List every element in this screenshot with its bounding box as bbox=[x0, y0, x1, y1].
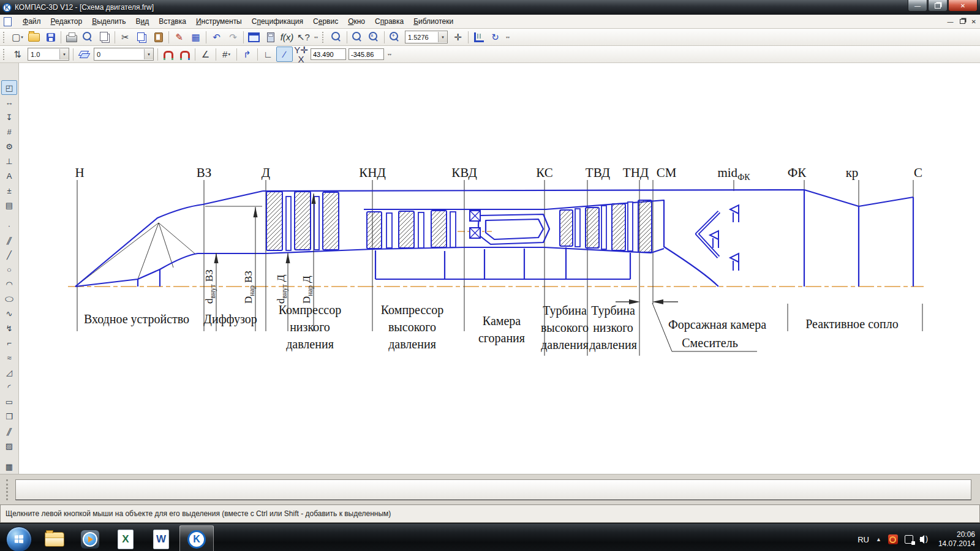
language-indicator[interactable]: RU bbox=[858, 535, 869, 544]
kompas-taskbar-button[interactable]: K bbox=[179, 525, 214, 551]
menu-Вид[interactable]: Вид bbox=[131, 15, 154, 28]
zoom-in-button[interactable] bbox=[386, 29, 403, 45]
menu-Редактор[interactable]: Редактор bbox=[46, 15, 88, 28]
excel-button[interactable]: X bbox=[108, 525, 143, 551]
local-axes-button[interactable]: ↱ bbox=[239, 47, 255, 62]
child-restore-button[interactable] bbox=[960, 19, 965, 24]
variables-icon bbox=[267, 32, 274, 42]
coord-y-input[interactable] bbox=[349, 48, 384, 60]
child-minimize-button[interactable]: — bbox=[948, 18, 954, 25]
menu-Вставка[interactable]: Вставка bbox=[154, 15, 191, 28]
snaps-settings-button[interactable] bbox=[176, 47, 193, 62]
explorer-button[interactable] bbox=[37, 525, 72, 551]
select-plus-minus-tool[interactable]: ± bbox=[1, 183, 17, 198]
menu-Сервис[interactable]: Сервис bbox=[308, 15, 343, 28]
menu-Выделить[interactable]: Выделить bbox=[87, 15, 130, 28]
lightning-tool[interactable]: ↯ bbox=[1, 321, 17, 336]
refresh-button[interactable]: ↻ bbox=[487, 29, 503, 45]
points-tool[interactable]: # bbox=[1, 124, 17, 139]
cut-button[interactable]: ✂ bbox=[117, 29, 134, 45]
document-manager-button[interactable] bbox=[246, 29, 262, 45]
menu-Библиотеки[interactable]: Библиотеки bbox=[409, 15, 458, 28]
copy-button[interactable] bbox=[134, 29, 150, 45]
print-button[interactable] bbox=[63, 29, 80, 45]
minimize-button[interactable]: — bbox=[908, 0, 927, 12]
round-snap-button[interactable]: ∕ bbox=[276, 47, 293, 62]
rebuild-button[interactable] bbox=[470, 29, 487, 45]
antivirus-tray-icon[interactable] bbox=[888, 534, 898, 544]
spreadsheet-button[interactable]: ▦ bbox=[187, 29, 204, 45]
ellipse-tool[interactable]: ◯ bbox=[1, 292, 17, 307]
bezier-tool[interactable]: ≈ bbox=[1, 351, 17, 365]
chamfer-tool[interactable]: ◿ bbox=[1, 365, 17, 380]
redo-button[interactable]: ↷ bbox=[225, 29, 241, 45]
start-button[interactable] bbox=[6, 527, 32, 551]
child-close-button[interactable]: ✕ bbox=[971, 18, 976, 25]
grid-icon: # bbox=[222, 50, 227, 59]
hidden-icons-arrow[interactable]: ▲ bbox=[876, 536, 881, 542]
variables-button[interactable] bbox=[262, 29, 279, 45]
fillet-tool[interactable]: ◜ bbox=[1, 380, 17, 395]
spec-sheet-tool[interactable]: ▤ bbox=[1, 198, 17, 212]
point-tool[interactable]: · bbox=[1, 219, 17, 233]
arc-tool[interactable]: ◠ bbox=[1, 277, 17, 292]
print-preview-button[interactable] bbox=[80, 29, 96, 45]
menu-Файл[interactable]: Файл bbox=[18, 15, 46, 28]
parametrize-tool[interactable]: ⊥ bbox=[1, 154, 17, 168]
line-style-combo[interactable]: 1.0▾ bbox=[28, 48, 69, 61]
close-button[interactable]: ✕ bbox=[948, 0, 978, 12]
polyline-tool[interactable]: ⌐ bbox=[1, 336, 17, 351]
angle-snap-button[interactable]: ∠ bbox=[197, 47, 214, 62]
grid-button[interactable]: #▾ bbox=[218, 47, 235, 62]
drawing-canvas[interactable]: dвнутВЗDнарВЗdвнутДDнарДСмесительНВЗДКНД… bbox=[19, 63, 980, 474]
collect-tool[interactable]: ❒ bbox=[1, 410, 17, 424]
multiline-tool[interactable]: ∥ bbox=[1, 424, 17, 439]
menu-Окно[interactable]: Окно bbox=[343, 15, 370, 28]
datum-tool[interactable]: ↧ bbox=[1, 110, 17, 124]
snaps-button[interactable] bbox=[160, 47, 176, 62]
paste-button[interactable] bbox=[150, 29, 167, 45]
context-help-button[interactable]: ↖? bbox=[295, 29, 312, 45]
fx-button[interactable]: f(x) bbox=[279, 29, 295, 45]
dimension-tool[interactable]: ↔ bbox=[1, 95, 17, 110]
hatch-tool[interactable]: ▨ bbox=[1, 439, 17, 454]
circle-tool[interactable]: ○ bbox=[1, 263, 17, 277]
spline-tool[interactable]: ∿ bbox=[1, 307, 17, 321]
coord-x-input[interactable] bbox=[311, 48, 346, 60]
restore-button[interactable] bbox=[928, 0, 948, 12]
layers-button[interactable] bbox=[75, 47, 92, 62]
volume-tray-icon[interactable] bbox=[920, 537, 923, 542]
undo-button[interactable]: ↶ bbox=[208, 29, 225, 45]
menu-Инструменты[interactable]: Инструменты bbox=[191, 15, 247, 28]
zoom-in-out-button[interactable] bbox=[366, 29, 382, 45]
parallel-line-tool[interactable]: ∥ bbox=[1, 233, 17, 248]
segment-tool-icon: ╱ bbox=[7, 250, 12, 260]
page-setup-button[interactable] bbox=[96, 29, 113, 45]
pan-button[interactable]: ✛ bbox=[450, 29, 466, 45]
section-label: давления bbox=[589, 338, 637, 352]
measure-tool[interactable]: A bbox=[1, 168, 17, 183]
ortho-button[interactable]: ∟ bbox=[260, 47, 276, 62]
media-player-button[interactable] bbox=[73, 525, 107, 551]
layer-combo[interactable]: 0▾ bbox=[94, 48, 154, 61]
save-button[interactable] bbox=[42, 29, 59, 45]
power-tray-icon[interactable] bbox=[905, 535, 913, 544]
keyboard-panel-button[interactable]: ▦ bbox=[1, 459, 17, 474]
copy-properties-button[interactable]: ✎ bbox=[171, 29, 187, 45]
select-tool[interactable]: ◰ bbox=[1, 80, 17, 95]
zoom-area-button[interactable] bbox=[349, 29, 366, 45]
clock[interactable]: 20:06 14.07.2014 bbox=[938, 530, 975, 549]
zoom-combo[interactable]: 1.5276▾ bbox=[405, 31, 448, 43]
edit-tool[interactable]: ⚙ bbox=[1, 139, 17, 154]
menu-Справка[interactable]: Справка bbox=[370, 15, 409, 28]
menu-Спецификация[interactable]: Спецификация bbox=[247, 15, 308, 28]
xy-coords-label[interactable]: Y✛ X bbox=[293, 47, 309, 62]
zoom-frame-button[interactable] bbox=[328, 29, 345, 45]
word-button[interactable]: W bbox=[144, 525, 178, 551]
property-bar-grip[interactable] bbox=[6, 479, 12, 500]
rectangle-tool[interactable]: ▭ bbox=[1, 395, 17, 410]
open-document-button[interactable] bbox=[26, 29, 42, 45]
change-style-button[interactable]: ⇅ bbox=[9, 47, 26, 62]
segment-tool[interactable]: ╱ bbox=[1, 248, 17, 263]
new-document-button[interactable]: ▢▾ bbox=[9, 29, 26, 45]
